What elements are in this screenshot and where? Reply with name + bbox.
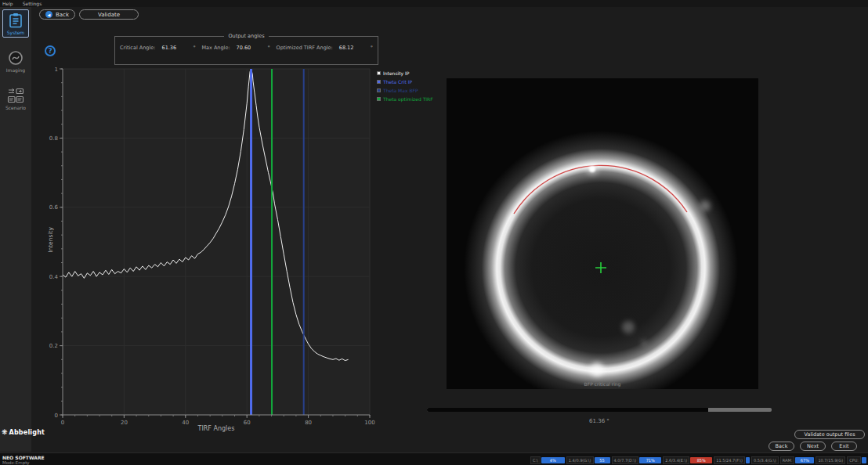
status-segment: 11.5/24.7(F:\) — [714, 456, 750, 464]
help-icon[interactable]: ? — [45, 45, 56, 56]
lens-icon — [8, 50, 24, 66]
svg-text:0: 0 — [55, 413, 58, 419]
plot-background — [63, 69, 370, 415]
legend-swatch — [377, 97, 381, 101]
bfp-image-panel: BFP critical ring — [447, 78, 758, 389]
mode-label: Mode:Empty — [2, 460, 30, 465]
status-segment-bar: 4% — [541, 457, 565, 463]
status-segment-label: 2.6/3.4(E:\) — [663, 456, 689, 464]
ring-blob-right — [700, 200, 711, 211]
ring-bright-spot-top — [589, 166, 595, 172]
svg-text:0.4: 0.4 — [49, 274, 59, 280]
legend-item: Theta Crit IP — [377, 79, 433, 85]
status-segment-bar: 55 — [595, 457, 610, 463]
legend-item: Intensity IP — [377, 70, 433, 76]
status-segment: 1.4/0.9(G:\)55 — [566, 456, 610, 464]
status-segment-label: 11.5/24.7(F:\) — [714, 456, 745, 464]
legend-swatch — [377, 88, 381, 92]
nav-buttons: Back Next Exit — [769, 442, 857, 451]
sidebar-item-scenario[interactable]: Scenario — [2, 85, 29, 113]
top-toolbar: ◀ Back Validate — [39, 9, 139, 20]
status-segment-label: 10.7/15.9(G) — [816, 456, 845, 464]
svg-text:0.8: 0.8 — [49, 135, 58, 142]
status-segment: 0.5/3.4(G:\) — [751, 456, 779, 464]
status-segment-label: 4.0/7.7(D:\) — [612, 456, 639, 464]
ring-blob-small — [641, 340, 647, 346]
sidebar-item-label: Scenario — [5, 105, 26, 110]
x-axis-label: TIRF Angles — [63, 425, 370, 432]
legend-swatch — [377, 71, 381, 75]
menu-bar: Help Settings — [0, 0, 868, 7]
next-button[interactable]: Next — [800, 442, 826, 451]
status-segment-label: CPU: — [847, 456, 861, 464]
status-segment: 2.6/3.4(E:\)85% — [663, 456, 712, 464]
legend-item: Theta optimized TIRF — [377, 96, 433, 102]
bfp-ring-image — [447, 78, 758, 389]
max-angle-value: 70.60 — [237, 45, 255, 51]
critical-angle-value: 61.36 — [162, 45, 181, 51]
legend-label: Theta optimized TIRF — [383, 96, 433, 102]
max-angle-field: Max Angle: 70.60 ° — [201, 45, 269, 51]
app-window: Help Settings System Imaging — [0, 0, 868, 465]
menu-item-settings[interactable]: Settings — [23, 1, 42, 6]
bfp-caption: BFP critical ring — [447, 381, 758, 387]
status-segment-label: C:\ — [530, 456, 541, 464]
validate-button[interactable]: Validate — [79, 9, 139, 20]
status-segment: RAM:67% — [780, 456, 815, 464]
legend-swatch — [377, 80, 381, 84]
ring-blob-lower — [622, 321, 635, 333]
back-button-top[interactable]: ◀ Back — [39, 9, 75, 20]
menu-item-help[interactable]: Help — [2, 1, 13, 6]
tirf-intensity-plot: 02040608010000.20.40.60.81 — [63, 69, 370, 415]
status-segment-label: 0.5/3.4(G:\) — [751, 456, 779, 464]
legend-item: Theta Max BFP — [377, 88, 433, 93]
exit-button[interactable]: Exit — [831, 442, 857, 451]
status-segment-bar: 71% — [639, 457, 661, 463]
chart-legend: Intensity IPTheta Crit IPTheta Max BFPTh… — [377, 70, 433, 102]
svg-text:1: 1 — [55, 67, 58, 73]
ring-bright-spot-bottom — [590, 362, 604, 377]
status-segment-bar — [746, 457, 750, 463]
abbelight-logo-icon: ❋ — [2, 428, 8, 436]
back-button[interactable]: Back — [769, 442, 794, 451]
status-segment-label: RAM: — [780, 456, 795, 464]
status-segment: C:\4% — [530, 456, 565, 464]
validate-output-files-button[interactable]: Validate output files — [794, 430, 865, 439]
legend-label: Theta Crit IP — [383, 79, 412, 85]
angle-readout: 61.36 ° — [427, 418, 772, 424]
bottom-status-strip: NEO SOFTWARE Mode:Empty C:\4%1.4/0.9(G:\… — [0, 452, 868, 465]
abbelight-logo: ❋ Abbelight — [2, 428, 45, 436]
svg-text:0.2: 0.2 — [49, 343, 58, 349]
resource-status-bar: C:\4%1.4/0.9(G:\)554.0/7.7(D:\)71%2.6/3.… — [530, 456, 866, 464]
critical-angle-field: Critical Angle: 61.36 ° — [120, 45, 196, 51]
workflow-icon — [7, 88, 24, 103]
legend-label: Intensity IP — [383, 70, 409, 76]
status-segment: 10.7/15.9(G) — [816, 456, 845, 464]
sidebar-item-label: Imaging — [6, 67, 25, 73]
sidebar-item-imaging[interactable]: Imaging — [2, 47, 29, 75]
status-segment-bar — [862, 457, 866, 463]
sidebar-item-label: System — [7, 30, 24, 35]
output-angles-title: Output angles — [224, 33, 268, 39]
status-segment-label: 1.4/0.9(G:\) — [566, 456, 594, 464]
optimized-tirf-angle-value: 68.12 — [339, 45, 358, 51]
angle-slider[interactable] — [427, 408, 772, 412]
status-segment: CPU: — [847, 456, 866, 464]
svg-text:0.6: 0.6 — [49, 204, 59, 211]
clipboard-icon — [8, 13, 24, 28]
status-segment-bar: 85% — [690, 457, 712, 463]
status-segment-bar: 67% — [795, 457, 814, 463]
product-name: NEO SOFTWARE — [2, 455, 45, 460]
legend-label: Theta Max BFP — [383, 88, 418, 93]
optimized-tirf-angle-field: Optimized TIRF Angle: 68.12 ° — [277, 45, 373, 51]
status-segment: 4.0/7.7(D:\)71% — [612, 456, 662, 464]
sidebar: System Imaging Scenario ❋ Abbelight — [0, 7, 31, 452]
back-icon: ◀ — [45, 11, 52, 18]
slider-fill — [427, 408, 708, 412]
output-angles-panel: Output angles Critical Angle: 61.36 ° Ma… — [114, 33, 378, 65]
y-axis-label: Intensity — [47, 217, 54, 264]
sidebar-item-system[interactable]: System — [2, 9, 29, 38]
